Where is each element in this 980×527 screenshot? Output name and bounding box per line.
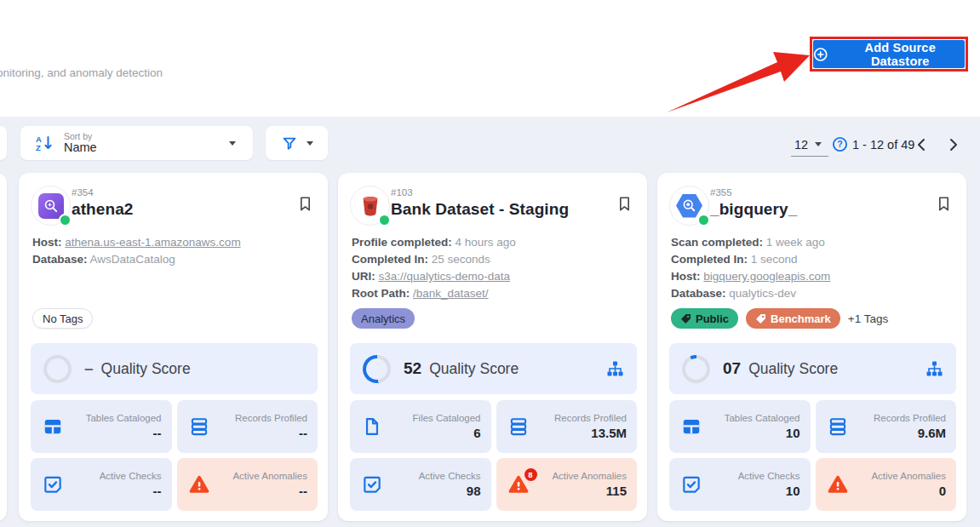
datastore-card-bank-dataset-staging[interactable]: #103 Bank Dataset - Staging Profile comp…: [338, 173, 647, 521]
sitemap-icon[interactable]: [926, 360, 943, 378]
chevron-down-icon: [815, 142, 822, 150]
page-size-select[interactable]: 12: [791, 133, 828, 157]
tag-chip-benchmark[interactable]: Benchmark: [746, 308, 840, 329]
tags-row: No Tags: [32, 308, 93, 329]
datastore-title: Bank Dataset - Staging: [391, 200, 569, 219]
status-online-dot: [697, 214, 710, 226]
help-icon[interactable]: ?: [832, 136, 848, 152]
datastore-card-bigquery[interactable]: #355 _bigquery_ Scan completed: 1 week a…: [657, 173, 966, 521]
stat-value: --: [299, 484, 307, 498]
stat-value: 115: [606, 484, 627, 498]
uri-link[interactable]: s3a://qualytics-demo-data: [379, 270, 511, 283]
previous-page-icon[interactable]: [913, 135, 931, 154]
stat-label: Records Profiled: [235, 413, 307, 423]
pagination-range: 1 - 12 of 49: [852, 138, 914, 152]
quality-score-panel: 07 Quality Score: [669, 343, 956, 394]
tag-chip-public[interactable]: Public: [671, 308, 738, 329]
meta-label: Completed In:: [352, 253, 428, 266]
sort-value: Name: [64, 141, 97, 154]
meta-value: qualytics-dev: [729, 287, 796, 300]
stat-value: 13.5M: [591, 426, 627, 440]
stat-label: Files Cataloged: [413, 413, 481, 423]
svg-text:A: A: [36, 135, 42, 144]
stat-active-anomalies: Active Anomalies 0: [816, 458, 957, 511]
quality-score-panel: 52 Quality Score: [350, 343, 637, 394]
warning-triangle-icon: [827, 473, 849, 495]
datastore-id: #354: [72, 187, 94, 198]
meta-value: 4 hours ago: [456, 236, 516, 249]
meta-label: Host:: [32, 236, 62, 249]
meta-value: AwsDataCatalog: [90, 253, 175, 266]
root-path-link[interactable]: /bank_dataset/: [413, 287, 489, 300]
stat-records-profiled: Records Profiled --: [177, 400, 318, 453]
meta-label: Profile completed:: [352, 236, 452, 249]
host-link[interactable]: athena.us-east-1.amazonaws.com: [65, 236, 240, 249]
records-icon: [188, 415, 210, 438]
stat-label: Records Profiled: [554, 413, 627, 423]
quality-ring: [682, 355, 710, 383]
meta-label: Database:: [32, 253, 88, 266]
tag-chip-analytics[interactable]: Analytics: [352, 308, 415, 329]
records-icon: [507, 415, 530, 438]
stat-label: Active Checks: [419, 471, 481, 481]
stat-label: Active Checks: [738, 471, 800, 481]
quality-score-value: 52: [404, 359, 421, 378]
stat-value: --: [299, 426, 307, 440]
next-page-icon[interactable]: [943, 135, 962, 154]
stat-value: 6: [473, 426, 480, 440]
meta-label: Completed In:: [671, 253, 748, 266]
tags-row: Analytics: [352, 308, 415, 329]
stat-value: 9.6M: [918, 426, 946, 440]
stat-active-anomalies: Active Anomalies --: [177, 458, 318, 511]
stat-active-anomalies: 8 Active Anomalies 115: [496, 458, 638, 511]
tags-row: Public Benchmark +1 Tags: [671, 308, 888, 329]
filter-dropdown[interactable]: [266, 126, 328, 160]
datastore-avatar: [669, 186, 709, 226]
sort-dropdown[interactable]: A Z Sort by Name: [20, 126, 253, 160]
sort-az-icon: A Z: [35, 134, 54, 152]
datastore-card-athena2[interactable]: #354 athena2 Host: athena.us-east-1.amaz…: [19, 173, 328, 521]
status-online-dot: [378, 214, 391, 226]
sitemap-icon[interactable]: [606, 360, 624, 378]
datastore-meta: Profile completed: 4 hours ago Completed…: [352, 234, 516, 302]
s3-icon: [358, 193, 383, 219]
stat-value: --: [153, 484, 162, 498]
check-square-icon: [42, 473, 64, 495]
datastore-id: #355: [710, 187, 732, 198]
file-icon: [361, 415, 383, 438]
meta-label: Root Path:: [352, 287, 410, 300]
stat-records-profiled: Records Profiled 13.5M: [496, 400, 638, 453]
stat-active-checks: Active Checks --: [31, 458, 172, 511]
quality-score-label: Quality Score: [748, 360, 838, 378]
partial-toolbar-button[interactable]: [0, 126, 7, 160]
svg-text:?: ?: [837, 140, 842, 149]
table-icon: [680, 415, 702, 438]
quality-ring: [363, 355, 391, 383]
tag-icon: [755, 313, 766, 324]
stat-tables-cataloged: Tables Cataloged 10: [669, 400, 811, 453]
datastore-title: athena2: [72, 200, 134, 219]
quality-score-label: Quality Score: [429, 360, 519, 378]
page-size-value: 12: [794, 138, 808, 152]
bookmark-icon[interactable]: [298, 195, 312, 213]
annotation-highlight-box: Add Source Datastore: [810, 37, 968, 72]
partial-card[interactable]: [0, 173, 7, 521]
add-source-datastore-button[interactable]: Add Source Datastore: [813, 40, 965, 68]
bookmark-icon[interactable]: [937, 195, 951, 213]
stat-tables-cataloged: Tables Cataloged --: [31, 400, 172, 453]
meta-value: 25 seconds: [432, 253, 490, 266]
host-link[interactable]: bigquery.googleapis.com: [703, 270, 830, 283]
stat-records-profiled: Records Profiled 9.6M: [816, 400, 957, 453]
add-button-label: Add Source Datastore: [835, 41, 965, 68]
meta-label: Scan completed:: [671, 236, 763, 249]
bigquery-icon: [676, 194, 702, 218]
stat-active-checks: Active Checks 10: [669, 458, 811, 511]
quality-score-value: 07: [723, 359, 741, 378]
records-icon: [827, 415, 849, 438]
stat-active-checks: Active Checks 98: [350, 458, 491, 511]
more-tags[interactable]: +1 Tags: [848, 312, 888, 325]
stats-grid: Tables Cataloged -- Records Profiled -- …: [31, 400, 318, 511]
warning-triangle-icon: [188, 473, 210, 495]
bookmark-icon[interactable]: [617, 195, 632, 213]
stat-label: Active Anomalies: [552, 471, 627, 481]
